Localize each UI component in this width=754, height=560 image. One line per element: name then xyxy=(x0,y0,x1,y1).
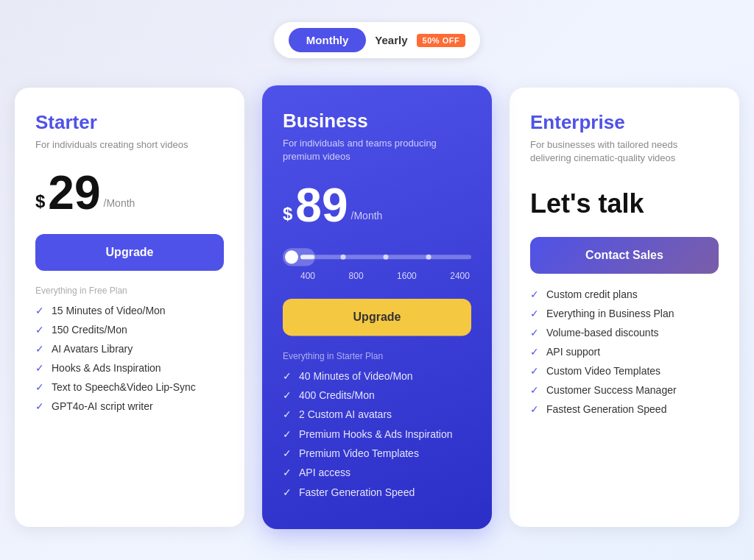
list-item: ✓ 400 Credits/Mon xyxy=(283,389,471,401)
list-item: ✓ 40 Minutes of Video/Mon xyxy=(283,370,471,382)
yearly-label: Yearly xyxy=(375,34,407,46)
list-item: ✓ Premium Hooks & Ads Inspiration xyxy=(283,428,471,440)
billing-toggle: Monthly Yearly 50% OFF xyxy=(274,22,480,58)
pricing-cards: Starter For individuals creating short v… xyxy=(15,88,739,527)
check-icon: ✓ xyxy=(283,370,292,382)
enterprise-subtitle: For businesses with tailored needs deliv… xyxy=(530,138,719,165)
list-item: ✓ API access xyxy=(283,467,471,479)
enterprise-title: Enterprise xyxy=(530,111,719,134)
list-item: ✓ Custom Video Templates xyxy=(530,365,719,377)
business-dollar: $ xyxy=(283,205,292,223)
check-icon: ✓ xyxy=(35,305,44,316)
business-features-label: Everything in Starter Plan xyxy=(283,351,471,361)
lets-talk-text: Let's talk xyxy=(530,188,719,219)
list-item: ✓ Faster Generation Speed xyxy=(283,486,471,498)
list-item: ✓ Volume-based discounts xyxy=(530,327,719,339)
check-icon: ✓ xyxy=(35,343,44,355)
list-item: ✓ Text to Speech&Video Lip-Sync xyxy=(35,381,224,393)
list-item: ✓ 15 Minutes of Video/Mon xyxy=(35,305,224,316)
check-icon: ✓ xyxy=(35,362,44,374)
starter-card: Starter For individuals creating short v… xyxy=(15,88,244,527)
slider-toggle[interactable] xyxy=(283,249,315,266)
starter-subtitle: For individuals creating short videos xyxy=(35,138,224,152)
starter-price: 29 xyxy=(48,169,100,216)
check-icon: ✓ xyxy=(283,447,292,459)
starter-price-row: $ 29 /Month xyxy=(35,169,224,216)
check-icon: ✓ xyxy=(283,486,292,498)
contact-sales-button[interactable]: Contact Sales xyxy=(530,237,719,274)
check-icon: ✓ xyxy=(283,467,292,479)
off-badge: 50% OFF xyxy=(417,34,466,47)
check-icon: ✓ xyxy=(283,409,292,421)
check-icon: ✓ xyxy=(35,324,44,336)
enterprise-card: Enterprise For businesses with tailored … xyxy=(510,88,739,527)
starter-period: /Month xyxy=(104,197,135,209)
list-item: ✓ GPT4o-AI script writer xyxy=(35,400,224,412)
business-card: Business For individuals and teams produ… xyxy=(262,85,492,529)
slider-labels: 400 800 1600 2400 xyxy=(283,271,471,281)
starter-title: Starter xyxy=(35,111,224,134)
list-item: ✓ 2 Custom AI avatars xyxy=(283,409,471,421)
check-icon: ✓ xyxy=(283,389,292,401)
check-icon: ✓ xyxy=(530,288,539,300)
check-icon: ✓ xyxy=(530,327,539,339)
business-period: /Month xyxy=(351,210,383,221)
list-item: ✓ Premium Video Templates xyxy=(283,447,471,459)
list-item: ✓ Hooks & Ads Inspiration xyxy=(35,362,224,374)
starter-features-label: Everything in Free Plan xyxy=(35,286,224,296)
business-title: Business xyxy=(283,109,471,132)
starter-dollar: $ xyxy=(35,193,45,210)
check-icon: ✓ xyxy=(530,384,539,396)
list-item: ✓ AI Avatars Library xyxy=(35,343,224,355)
business-price: 89 xyxy=(295,182,348,230)
list-item: ✓ Custom credit plans xyxy=(530,288,719,300)
credits-slider-section: 400 800 1600 2400 xyxy=(283,247,471,281)
check-icon: ✓ xyxy=(530,308,539,319)
business-upgrade-button[interactable]: Upgrade xyxy=(283,299,471,336)
business-price-row: $ 89 /Month xyxy=(283,182,471,230)
list-item: ✓ Everything in Business Plan xyxy=(530,308,719,319)
list-item: ✓ Customer Success Manager xyxy=(530,384,719,396)
check-icon: ✓ xyxy=(530,403,539,415)
check-icon: ✓ xyxy=(35,400,44,412)
check-icon: ✓ xyxy=(530,365,539,377)
list-item: ✓ 150 Credits/Mon xyxy=(35,324,224,336)
list-item: ✓ Fastest Generation Speed xyxy=(530,403,719,415)
check-icon: ✓ xyxy=(530,346,539,358)
business-subtitle: For individuals and teams producing prem… xyxy=(283,137,471,164)
check-icon: ✓ xyxy=(35,381,44,393)
list-item: ✓ API support xyxy=(530,346,719,358)
monthly-toggle-button[interactable]: Monthly xyxy=(289,28,367,52)
check-icon: ✓ xyxy=(283,428,292,440)
starter-upgrade-button[interactable]: Upgrade xyxy=(35,234,224,271)
